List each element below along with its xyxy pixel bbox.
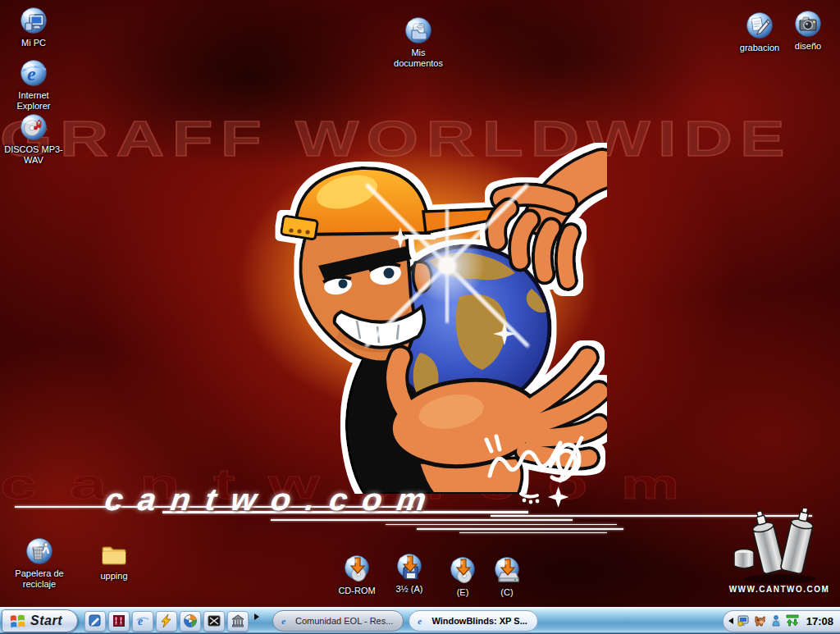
windows-logo-icon	[9, 613, 26, 630]
desktop-icon-drive-c[interactable]: (C)	[486, 556, 528, 598]
my-computer-icon	[19, 7, 48, 36]
signature-tag	[472, 425, 595, 507]
internet-explorer-icon: e	[280, 615, 291, 627]
desktop-icon-label: grabacion	[733, 43, 787, 53]
music-cd-icon	[19, 113, 48, 143]
tray-transfer-meter-icon[interactable]	[786, 614, 799, 627]
quick-launch-bar: e	[84, 611, 261, 632]
cd-burn-icon	[745, 11, 774, 41]
tray-clock[interactable]: 17:08	[806, 615, 833, 627]
quick-launch-overflow-icon[interactable]	[254, 613, 259, 620]
recycle-bin-icon	[25, 537, 54, 567]
desktop-icon-label: CD-ROM	[331, 586, 382, 596]
desktop-icon-label: (E)	[440, 587, 486, 598]
drive-cd-shortcut-icon	[448, 556, 477, 586]
bank-building-icon	[231, 613, 245, 628]
taskbar: Start e	[0, 607, 840, 634]
wallpaper-streak-line	[417, 528, 623, 530]
quick-launch-internet-bank[interactable]	[227, 611, 249, 632]
desktop-icon-label: Mi PC	[7, 38, 61, 48]
desktop-icon-diseno[interactable]: diseño	[783, 10, 833, 52]
quick-launch-video-app[interactable]	[203, 611, 225, 632]
desktop-icon-internet-explorer[interactable]: e Internet Explorer	[5, 59, 62, 112]
quick-launch-winamp[interactable]	[156, 611, 177, 632]
start-button[interactable]: Start	[2, 609, 78, 632]
desktop-icon-discos-mp3-wav[interactable]: DISCOS MP3-WAV	[3, 113, 64, 166]
show-desktop-icon	[88, 613, 103, 628]
tray-emule-icon[interactable]	[753, 614, 766, 627]
desktop-icon-label: Internet Explorer	[5, 90, 62, 112]
task-buttons: e Comunidad EOL - Res... e WindowBlinds:…	[272, 610, 538, 632]
video-app-icon	[207, 613, 221, 628]
desktop-icon-label: DISCOS MP3-WAV	[3, 144, 64, 166]
folder-icon	[99, 540, 129, 569]
camera-icon	[793, 10, 823, 39]
quick-launch-internet-explorer[interactable]: e	[132, 611, 153, 632]
task-button-windowblinds[interactable]: e WindowBlinds: XP S...	[409, 610, 537, 632]
drive-hdd-shortcut-icon	[492, 556, 522, 586]
winamp-lightning-icon	[159, 613, 174, 628]
desktop-icon-label: diseño	[783, 41, 833, 52]
desktop-icon-floppy-a[interactable]: 3½ (A)	[384, 553, 435, 595]
wallpaper-streak-line	[386, 524, 617, 525]
wallpaper-graffiti-text: cantwo.com	[103, 482, 442, 518]
desktop-icon-upping[interactable]: upping	[89, 540, 139, 582]
desktop-icon-drive-e[interactable]: (E)	[440, 556, 486, 598]
svg-text:e: e	[281, 616, 285, 626]
desktop-icon-label: upping	[89, 571, 139, 582]
task-button-comunidad-eol[interactable]: e Comunidad EOL - Res...	[272, 610, 404, 632]
internet-explorer-icon: e	[416, 615, 427, 627]
my-documents-icon	[404, 16, 433, 46]
desktop-icon-papelera[interactable]: Papelera de reciclaje	[10, 537, 69, 590]
desktop-icon-label: Mis documentos	[387, 48, 450, 69]
desktop-icon-label: 3½ (A)	[384, 584, 435, 595]
task-button-label: Comunidad EOL - Res...	[295, 616, 393, 626]
desktop-icon-label: (C)	[486, 587, 528, 598]
desktop: GRAFF WORLDWIDE cantwo.com	[0, 0, 840, 607]
wallpaper-streak-line	[459, 532, 607, 533]
desktop-icon-mi-pc[interactable]: Mi PC	[7, 7, 61, 48]
drive-cd-shortcut-icon	[342, 554, 372, 584]
start-button-label: Start	[30, 613, 62, 628]
tray-collapse-icon[interactable]	[728, 618, 733, 624]
internet-explorer-icon: e	[135, 613, 150, 628]
desktop-icon-grabacion[interactable]: grabacion	[733, 11, 787, 53]
desktop-icon-mis-documentos[interactable]: Mis documentos	[387, 16, 450, 69]
desktop-icon-label: Papelera de reciclaje	[10, 568, 69, 590]
site-label: WWW.CANTWO.COM	[722, 585, 837, 594]
svg-text:e: e	[138, 615, 143, 627]
task-button-label: WindowBlinds: XP S...	[431, 616, 527, 626]
media-player-icon	[183, 613, 198, 628]
quick-launch-graffiti-app[interactable]	[108, 611, 130, 632]
drive-floppy-shortcut-icon	[395, 553, 424, 582]
graffiti-app-icon	[112, 613, 126, 628]
internet-explorer-icon: e	[19, 59, 48, 89]
spray-cans-art	[726, 509, 834, 586]
tray-messenger-icon[interactable]	[769, 614, 783, 627]
svg-text:e: e	[418, 616, 422, 626]
desktop-icon-cd-rom[interactable]: CD-ROM	[331, 554, 382, 596]
wallpaper-streak-line	[271, 519, 573, 521]
quick-launch-show-desktop[interactable]	[84, 611, 106, 632]
tray-display-icon[interactable]	[737, 614, 750, 627]
quick-launch-media-player[interactable]	[180, 611, 201, 632]
system-tray: 17:08	[723, 610, 840, 632]
